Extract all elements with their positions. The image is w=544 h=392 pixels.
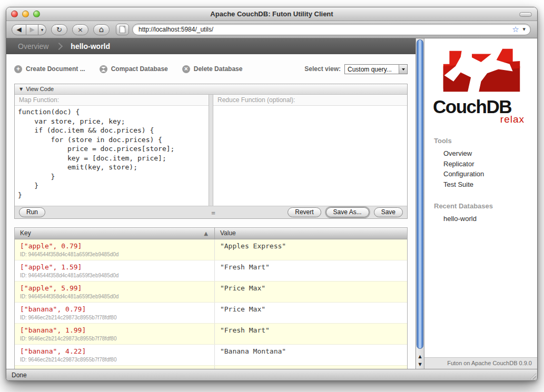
key-cell: ["apple", 1.59] ID: 9464544f358d4c481a65… <box>15 260 215 281</box>
row-key[interactable]: ["banana", 0.79] <box>20 305 209 314</box>
select-view-label: Select view: <box>304 65 341 73</box>
select-dropdown-button[interactable] <box>399 65 407 74</box>
row-key[interactable]: ["apple", 5.99] <box>20 284 209 293</box>
breadcrumb: Overview hello-world <box>6 38 416 54</box>
results-table: Key ▲ Value ["apple", 0.79] ID: 9464544f… <box>14 227 408 369</box>
row-value: "Banana Montana" <box>215 345 407 365</box>
map-function-editor[interactable]: function(doc) { var store, price, key; i… <box>15 106 209 206</box>
home-button[interactable]: ⌂ <box>93 24 110 35</box>
view-select-value: Custom query... <box>345 65 399 74</box>
url-text[interactable]: http://localhost:5984/_utils/ <box>139 26 512 33</box>
tools-heading: Tools <box>434 137 537 145</box>
view-select[interactable]: Custom query... <box>344 64 408 74</box>
url-bar[interactable]: http://localhost:5984/_utils/ ☆ ▼ <box>132 24 531 35</box>
content-area: Overview hello-world + Create Document .… <box>6 38 537 369</box>
scroll-up-button[interactable]: ▲ <box>416 353 424 360</box>
revert-button[interactable]: Revert <box>288 207 321 217</box>
forward-button[interactable]: ▶ <box>26 24 38 35</box>
recent-databases-list: hello-world <box>424 214 537 224</box>
view-code-toggle[interactable]: ▼ View Code <box>15 84 407 95</box>
key-column-header[interactable]: Key ▲ <box>15 228 215 239</box>
main-scrollbar[interactable]: ▲ ▼ <box>416 38 424 369</box>
back-button[interactable]: ◀ <box>12 24 26 35</box>
chevron-down-icon: ▼ <box>41 28 44 32</box>
row-value: "Price Max" <box>215 282 407 302</box>
sidebar-item-test-suite[interactable]: Test Suite <box>443 179 537 190</box>
browser-window: Apache CouchDB: Futon Utility Client ◀ ▶… <box>6 7 538 381</box>
toolbar-toggle-button[interactable] <box>519 12 532 17</box>
home-icon: ⌂ <box>99 25 104 34</box>
table-row[interactable]: ["apple", 0.79] ID: 9464544f358d4c481a65… <box>15 239 407 260</box>
traffic-lights <box>11 11 40 17</box>
location-area: http://localhost:5984/_utils/ ☆ ▼ <box>116 24 531 35</box>
results-header-row: Key ▲ Value <box>15 228 407 239</box>
table-row[interactable]: ["apple", 1.59] ID: 9464544f358d4c481a65… <box>15 260 407 281</box>
scroll-down-button[interactable]: ▼ <box>416 360 424 368</box>
compact-database-button[interactable]: Compact Database <box>100 65 168 73</box>
scrollbar-thumb[interactable] <box>417 39 423 349</box>
value-column-header[interactable]: Value <box>215 228 407 239</box>
reload-button[interactable]: ↻ <box>51 24 67 35</box>
sidebar-item-hello-world[interactable]: hello-world <box>443 214 537 224</box>
couch-illustration <box>438 45 525 96</box>
zoom-button[interactable] <box>33 11 40 17</box>
save-as-button[interactable]: Save As... <box>326 207 369 217</box>
table-row[interactable]: ["banana", 0.79] ID: 9646ec2b214c29873c8… <box>15 302 407 323</box>
couchdb-logo[interactable]: CouchDB relax <box>433 45 527 124</box>
scrollbar-arrows: ▲ ▼ <box>416 353 424 368</box>
window-titlebar[interactable]: Apache CouchDB: Futon Utility Client <box>6 7 537 21</box>
sidebar-item-configuration[interactable]: Configuration <box>443 169 537 179</box>
view-code-title: View Code <box>26 86 54 92</box>
key-cell: ["banana", 1.99] ID: 9646ec2b214c29873c8… <box>15 324 215 344</box>
compact-database-label: Compact Database <box>111 65 168 73</box>
table-row[interactable]: ["banana", 1.99] ID: 9646ec2b214c29873c8… <box>15 323 407 344</box>
key-header-label: Key <box>20 229 204 237</box>
row-key[interactable]: ["banana", 1.99] <box>20 326 209 335</box>
page-proxy-button[interactable] <box>116 24 129 35</box>
delete-icon: × <box>182 65 190 73</box>
value-header-label: Value <box>220 229 236 237</box>
table-row[interactable]: ["banana", 4.22] ID: 9646ec2b214c29873c8… <box>15 344 407 365</box>
close-button[interactable] <box>11 11 18 17</box>
collapse-arrow-icon: ▼ <box>19 87 23 92</box>
minimize-button[interactable] <box>22 11 29 17</box>
key-cell: ["banana", 4.22] ID: 9646ec2b214c29873c8… <box>15 345 215 365</box>
row-key[interactable]: ["apple", 1.59] <box>20 263 209 272</box>
reduce-function-panel: Reduce Function (optional): <box>213 95 407 206</box>
url-dropdown-icon[interactable]: ▼ <box>523 27 526 32</box>
compact-icon <box>100 65 107 73</box>
window-title: Apache CouchDB: Futon Utility Client <box>6 10 537 18</box>
select-dropdown-icon <box>402 68 405 72</box>
sidebar-item-overview[interactable]: Overview <box>443 148 537 159</box>
save-button[interactable]: Save <box>374 207 403 217</box>
table-row[interactable]: ["apple", 5.99] ID: 9464544f358d4c481a65… <box>15 281 407 302</box>
recent-databases-heading: Recent Databases <box>434 202 537 210</box>
main-column: Overview hello-world + Create Document .… <box>6 38 416 369</box>
breadcrumb-overview-link[interactable]: Overview <box>18 42 48 51</box>
reload-icon: ↻ <box>56 26 62 34</box>
bookmark-star-icon[interactable]: ☆ <box>512 26 519 34</box>
table-row[interactable]: ["orange", 1.09] "Citrus Circus" <box>15 365 407 369</box>
key-cell: ["apple", 0.79] ID: 9464544f358d4c481a65… <box>15 239 215 260</box>
delete-database-label: Delete Database <box>194 65 243 73</box>
futon-page: + Create Document ... Compact Database <box>6 54 416 369</box>
row-doc-id: ID: 9646ec2b214c29873c8955b7f78fdf80 <box>20 357 209 363</box>
database-toolbar: + Create Document ... Compact Database <box>14 63 408 75</box>
tools-list: Overview Replicator Configuration Test S… <box>424 148 537 189</box>
row-doc-id: ID: 9646ec2b214c29873c8955b7f78fdf80 <box>20 315 209 321</box>
row-key[interactable]: ["banana", 4.22] <box>20 347 209 356</box>
resize-grip[interactable] <box>529 373 536 379</box>
row-key[interactable]: ["apple", 0.79] <box>20 242 209 250</box>
row-doc-id: ID: 9464544f358d4c481a659f3eb9485d0d <box>20 273 209 279</box>
forward-icon: ▶ <box>29 26 34 33</box>
history-dropdown-button[interactable]: ▼ <box>38 24 46 35</box>
plus-icon: + <box>14 65 22 73</box>
back-icon: ◀ <box>16 26 21 33</box>
create-document-button[interactable]: + Create Document ... <box>14 65 85 73</box>
run-button[interactable]: Run <box>19 207 45 217</box>
reduce-function-editor[interactable] <box>213 106 407 206</box>
page-icon <box>120 26 125 33</box>
delete-database-button[interactable]: × Delete Database <box>182 65 243 73</box>
stop-button[interactable]: × <box>72 24 88 35</box>
sidebar-item-replicator[interactable]: Replicator <box>443 159 537 169</box>
